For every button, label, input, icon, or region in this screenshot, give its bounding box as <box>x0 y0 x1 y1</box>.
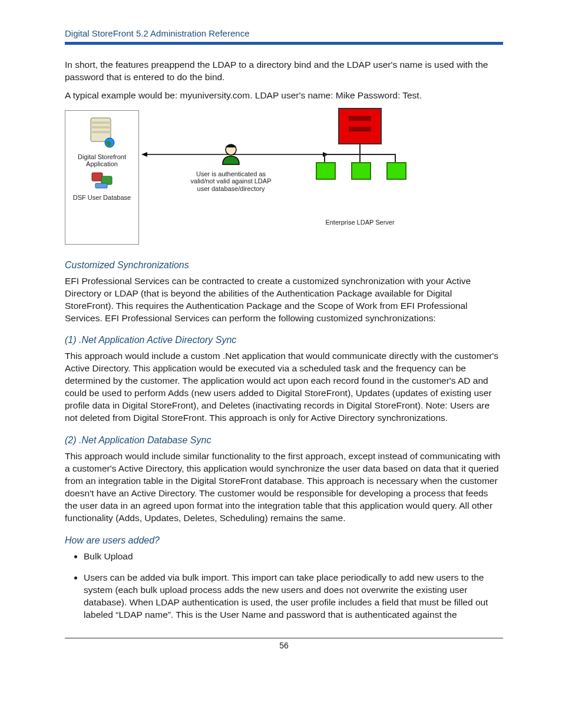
user-auth-block: User is authenticated as valid/not valid… <box>184 142 278 193</box>
footer-rule <box>65 638 503 638</box>
document-page: Digital StoreFront 5.2 Administration Re… <box>0 0 562 728</box>
workstation-icon <box>90 172 114 193</box>
user-auth-caption: User is authenticated as valid/not valid… <box>184 170 278 193</box>
svg-rect-1 <box>91 121 111 124</box>
heading-net-db-sync: (2) .Net Application Database Sync <box>65 435 503 446</box>
dsf-application-box: Digital Storefront Application DSF User … <box>65 110 139 245</box>
ldap-auth-diagram: Digital Storefront Application DSF User … <box>65 108 406 249</box>
dsf-app-label: Digital Storefront Application <box>65 153 138 168</box>
heading-how-users-added: How are users added? <box>65 535 503 546</box>
page-number: 56 <box>65 641 503 650</box>
paragraph-net-ad-sync: This approach would include a custom .Ne… <box>65 350 503 424</box>
dsf-db-label: DSF User Database <box>65 194 138 202</box>
ldap-server-label: Enterprise LDAP Server <box>313 219 406 226</box>
paragraph-net-db-sync: This approach would include similar func… <box>65 450 503 525</box>
svg-rect-2 <box>91 126 111 129</box>
doc-header-title: Digital StoreFront 5.2 Administration Re… <box>65 28 503 38</box>
header-rule <box>65 42 503 45</box>
svg-rect-7 <box>95 183 107 188</box>
ldap-tree-icon <box>313 144 406 181</box>
ldap-server-icon <box>338 108 382 144</box>
paragraph-intro-2: A typical example would be: myuniversity… <box>65 90 503 102</box>
heading-net-ad-sync: (1) .Net Application Active Directory Sy… <box>65 335 503 345</box>
list-item: Bulk Upload <box>84 551 503 563</box>
user-icon <box>219 142 243 167</box>
paragraph-intro-1: In short, the features preappend the LDA… <box>65 59 503 84</box>
users-added-list: Bulk Upload Users can be added via bulk … <box>71 551 503 622</box>
svg-marker-9 <box>141 152 147 157</box>
enterprise-ldap-block: Enterprise LDAP Server <box>313 108 406 226</box>
svg-rect-5 <box>92 173 103 181</box>
server-icon <box>87 117 117 151</box>
svg-rect-3 <box>91 131 111 133</box>
list-item: Users can be added via bulk import. This… <box>84 572 503 621</box>
paragraph-custom-sync: EFI Professional Services can be contrac… <box>65 275 503 325</box>
heading-customized-sync: Customized Synchronizations <box>65 260 503 271</box>
